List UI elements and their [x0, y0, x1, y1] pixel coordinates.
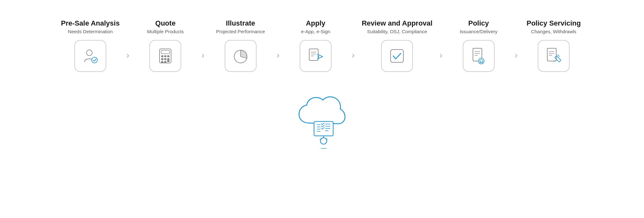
step-title-illustrate: Illustrate: [226, 19, 255, 27]
svg-rect-9: [167, 58, 169, 62]
svg-point-1: [92, 57, 97, 63]
arrow-4: ›: [352, 50, 355, 60]
arrow-6: ›: [515, 50, 518, 60]
certificate-doc-icon: [469, 46, 488, 66]
step-title-apply: Apply: [306, 19, 325, 27]
step-title-policy: Policy: [468, 19, 489, 27]
svg-rect-4: [161, 55, 163, 57]
step-illustrate: Illustrate Projected Performance: [207, 19, 274, 72]
icon-box-review: [381, 40, 413, 72]
icon-box-quote: [149, 40, 181, 72]
svg-point-43: [320, 138, 327, 144]
svg-rect-27: [547, 48, 556, 61]
illustration-area: [290, 85, 354, 150]
pie-chart-icon: [231, 46, 250, 66]
svg-rect-3: [161, 51, 169, 54]
step-subtitle-apply: e-App, e-Sign: [301, 29, 330, 34]
icon-box-policy: [463, 40, 495, 72]
step-subtitle-policy: Issuance/Delivery: [460, 29, 497, 34]
svg-rect-20: [391, 50, 403, 62]
arrow-3: ›: [277, 50, 280, 60]
svg-rect-11: [164, 61, 167, 63]
step-subtitle-quote: Multiple Products: [147, 29, 184, 34]
step-apply: Apply e-App, e-Sign: [282, 19, 349, 72]
icon-box-servicing: [538, 40, 570, 72]
step-subtitle-servicing: Changes, Withdrawls: [531, 29, 576, 34]
calculator-icon: [156, 46, 175, 66]
step-subtitle-pre-sale: Needs Determination: [68, 29, 113, 34]
step-servicing: Policy Servicing Changes, Withdrawls: [520, 19, 587, 72]
step-review: Review and Approval Suitability, OSJ, Co…: [357, 19, 437, 72]
svg-rect-8: [164, 58, 167, 60]
main-container: Pre-Sale Analysis Needs Determination › …: [0, 0, 644, 218]
cloud-illustration: [290, 85, 354, 150]
step-policy: Policy Issuance/Delivery: [445, 19, 512, 72]
step-pre-sale: Pre-Sale Analysis Needs Determination: [57, 19, 124, 72]
svg-point-0: [86, 50, 92, 56]
send-paper-icon: [306, 46, 325, 66]
edit-doc-icon: [544, 46, 563, 66]
workflow-row: Pre-Sale Analysis Needs Determination › …: [57, 19, 587, 72]
svg-rect-14: [309, 49, 318, 60]
arrow-5: ›: [439, 50, 442, 60]
svg-rect-10: [161, 61, 163, 63]
icon-box-apply: [300, 40, 332, 72]
step-subtitle-review: Suitability, OSJ, Compliance: [367, 29, 427, 34]
svg-rect-6: [167, 55, 169, 57]
checkbox-doc-icon: [387, 46, 407, 66]
step-title-quote: Quote: [155, 19, 176, 27]
step-title-pre-sale: Pre-Sale Analysis: [61, 19, 120, 27]
icon-box-pre-sale: [74, 40, 106, 72]
step-title-servicing: Policy Servicing: [527, 19, 581, 27]
step-subtitle-illustrate: Projected Performance: [216, 29, 265, 34]
arrow-1: ›: [126, 50, 129, 60]
step-quote: Quote Multiple Products: [132, 19, 199, 72]
svg-rect-5: [164, 55, 167, 57]
person-check-icon: [81, 46, 100, 66]
step-title-review: Review and Approval: [362, 19, 432, 27]
icon-box-illustrate: [225, 40, 257, 72]
arrow-2: ›: [201, 50, 204, 60]
svg-rect-7: [161, 58, 163, 60]
svg-point-25: [478, 58, 484, 64]
